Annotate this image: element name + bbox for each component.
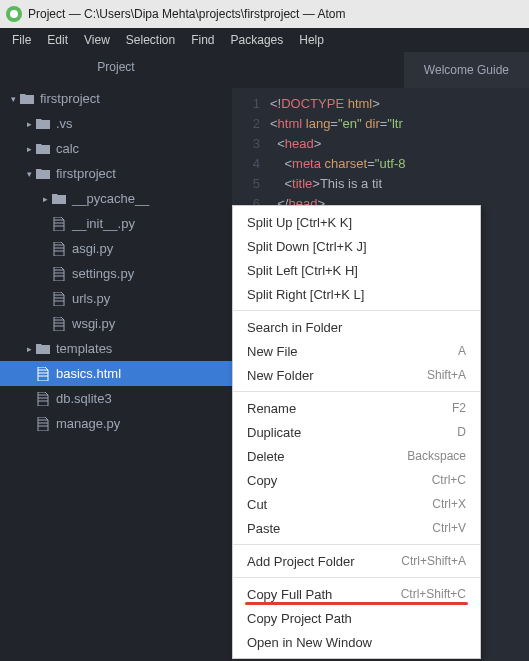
ctx-copy[interactable]: CopyCtrl+C — [233, 468, 480, 492]
tree-file-db[interactable]: db.sqlite3 — [0, 386, 232, 411]
tree-label: urls.py — [72, 291, 110, 306]
chevron-right-icon: ▸ — [24, 144, 34, 154]
folder-icon — [34, 343, 52, 355]
menu-item-label: Open in New Window — [247, 635, 372, 650]
tree-file-asgi[interactable]: asgi.py — [0, 236, 232, 261]
menu-edit[interactable]: Edit — [39, 33, 76, 47]
file-icon — [50, 242, 68, 256]
tree-label: calc — [56, 141, 79, 156]
ctx-add-project-folder[interactable]: Add Project FolderCtrl+Shift+A — [233, 549, 480, 573]
ctx-paste[interactable]: PasteCtrl+V — [233, 516, 480, 540]
tab-bar: Welcome Guide — [232, 52, 529, 88]
menu-item-label: Rename — [247, 401, 296, 416]
folder-icon — [50, 193, 68, 205]
tree-label: templates — [56, 341, 112, 356]
tree-folder-templates[interactable]: ▸ templates — [0, 336, 232, 361]
ctx-cut[interactable]: CutCtrl+X — [233, 492, 480, 516]
tree-file-wsgi[interactable]: wsgi.py — [0, 311, 232, 336]
menu-file[interactable]: File — [4, 33, 39, 47]
file-tree: ▾ firstproject ▸ .vs ▸ calc ▾ firstproje… — [0, 82, 232, 440]
tree-label: .vs — [56, 116, 73, 131]
menu-item-label: Copy Full Path — [247, 587, 332, 602]
file-icon — [34, 417, 52, 431]
ctx-rename[interactable]: RenameF2 — [233, 396, 480, 420]
file-icon — [50, 267, 68, 281]
menu-item-label: Delete — [247, 449, 285, 464]
tree-file-manage[interactable]: manage.py — [0, 411, 232, 436]
ctx-delete[interactable]: DeleteBackspace — [233, 444, 480, 468]
ctx-new-file[interactable]: New FileA — [233, 339, 480, 363]
menu-item-label: Split Right [Ctrl+K L] — [247, 287, 364, 302]
tree-label: asgi.py — [72, 241, 113, 256]
tab-welcome-guide[interactable]: Welcome Guide — [404, 52, 529, 88]
highlight-underline — [245, 602, 468, 605]
chevron-down-icon: ▾ — [24, 169, 34, 179]
folder-icon — [34, 143, 52, 155]
tree-label: firstproject — [56, 166, 116, 181]
menu-separator — [233, 544, 480, 545]
menu-help[interactable]: Help — [291, 33, 332, 47]
ctx-search-in-folder[interactable]: Search in Folder — [233, 315, 480, 339]
chevron-down-icon: ▾ — [8, 94, 18, 104]
ctx-open-in-new-window[interactable]: Open in New Window — [233, 630, 480, 654]
tree-file-init[interactable]: __init__.py — [0, 211, 232, 236]
menu-item-shortcut: Ctrl+C — [432, 473, 466, 487]
menu-packages[interactable]: Packages — [223, 33, 292, 47]
menu-item-label: Cut — [247, 497, 267, 512]
tree-folder-calc[interactable]: ▸ calc — [0, 136, 232, 161]
menu-item-label: Split Up [Ctrl+K K] — [247, 215, 352, 230]
menu-item-label: Split Left [Ctrl+K H] — [247, 263, 358, 278]
ctx-copy-full-path[interactable]: Copy Full PathCtrl+Shift+C — [233, 582, 480, 606]
tree-label: manage.py — [56, 416, 120, 431]
menu-item-label: Copy Project Path — [247, 611, 352, 626]
menu-find[interactable]: Find — [183, 33, 222, 47]
app-icon — [6, 6, 22, 22]
menu-separator — [233, 310, 480, 311]
file-icon — [50, 317, 68, 331]
menu-item-label: New File — [247, 344, 298, 359]
file-icon — [50, 292, 68, 306]
menu-item-shortcut: Backspace — [407, 449, 466, 463]
tree-label: __init__.py — [72, 216, 135, 231]
menu-item-label: New Folder — [247, 368, 313, 383]
chevron-right-icon: ▸ — [24, 119, 34, 129]
sidebar: Project ▾ firstproject ▸ .vs ▸ calc ▾ fi… — [0, 52, 232, 661]
menu-item-shortcut: D — [457, 425, 466, 439]
menu-item-shortcut: Ctrl+X — [432, 497, 466, 511]
menu-item-label: Add Project Folder — [247, 554, 355, 569]
menu-item-label: Paste — [247, 521, 280, 536]
ctx-new-folder[interactable]: New FolderShift+A — [233, 363, 480, 387]
tree-folder-pycache[interactable]: ▸ __pycache__ — [0, 186, 232, 211]
chevron-right-icon: ▸ — [24, 344, 34, 354]
tree-label: settings.py — [72, 266, 134, 281]
menubar: File Edit View Selection Find Packages H… — [0, 28, 529, 52]
context-menu: Split Up [Ctrl+K K]Split Down [Ctrl+K J]… — [232, 205, 481, 659]
tree-file-urls[interactable]: urls.py — [0, 286, 232, 311]
tree-root[interactable]: ▾ firstproject — [0, 86, 232, 111]
ctx-duplicate[interactable]: DuplicateD — [233, 420, 480, 444]
titlebar: Project — C:\Users\Dipa Mehta\projects\f… — [0, 0, 529, 28]
chevron-right-icon: ▸ — [40, 194, 50, 204]
tree-folder-firstproject[interactable]: ▾ firstproject — [0, 161, 232, 186]
ctx-split-up-ctrl-k-k[interactable]: Split Up [Ctrl+K K] — [233, 210, 480, 234]
tree-file-basics[interactable]: basics.html — [0, 361, 232, 386]
menu-item-shortcut: F2 — [452, 401, 466, 415]
menu-view[interactable]: View — [76, 33, 118, 47]
menu-item-shortcut: Shift+A — [427, 368, 466, 382]
ctx-split-down-ctrl-k-j[interactable]: Split Down [Ctrl+K J] — [233, 234, 480, 258]
ctx-split-right-ctrl-k-l[interactable]: Split Right [Ctrl+K L] — [233, 282, 480, 306]
folder-icon — [34, 168, 52, 180]
menu-selection[interactable]: Selection — [118, 33, 183, 47]
menu-item-label: Search in Folder — [247, 320, 342, 335]
file-icon — [34, 392, 52, 406]
menu-item-label: Split Down [Ctrl+K J] — [247, 239, 367, 254]
tree-file-settings[interactable]: settings.py — [0, 261, 232, 286]
ctx-copy-project-path[interactable]: Copy Project Path — [233, 606, 480, 630]
menu-item-label: Duplicate — [247, 425, 301, 440]
tree-folder-vs[interactable]: ▸ .vs — [0, 111, 232, 136]
file-icon — [50, 217, 68, 231]
tree-label: __pycache__ — [72, 191, 149, 206]
tree-label: db.sqlite3 — [56, 391, 112, 406]
ctx-split-left-ctrl-k-h[interactable]: Split Left [Ctrl+K H] — [233, 258, 480, 282]
title-text: Project — C:\Users\Dipa Mehta\projects\f… — [28, 7, 345, 21]
